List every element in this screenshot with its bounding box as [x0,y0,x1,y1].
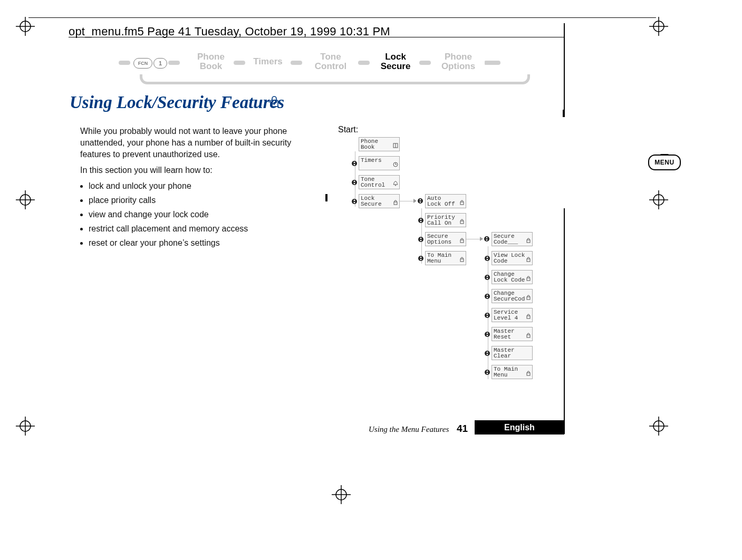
crop-mark-bot-left [16,417,35,436]
svg-rect-56 [527,373,530,375]
tree-cell-locksecure: LockSecure [359,194,400,208]
lock-icon-small [526,257,531,264]
svg-rect-35 [460,202,464,205]
svg-rect-39 [460,240,464,243]
tree-cell-viewlockcode: View LockCode [492,251,533,265]
tree-cell-changelockcode: ChangeLock Code [492,270,533,284]
scroll-icon [484,312,490,318]
crop-mark-bot-right [649,417,668,436]
scroll-icon [351,160,358,167]
cut-mark [325,194,327,201]
tree-cell-masterclear: MasterClear [492,346,533,360]
lock-icon-small [526,276,531,283]
crop-mark-top-right [649,17,668,36]
svg-rect-41 [460,259,464,262]
nav-item-tone-l2: Control [315,61,346,71]
nav-item-options-l2: Options [441,61,475,71]
crop-mark-mid-left [16,190,35,209]
lock-icon-small [526,295,531,302]
nav-item-phonebook-l1: Phone [197,52,225,62]
svg-rect-51 [527,316,530,318]
scroll-icon [418,236,424,243]
menu-nav-bar: FCN 1 Phone Book Timers Tone Control Loc… [119,49,509,86]
tree-cell-prioritycall: PriorityCall On [425,213,466,227]
nav-item-timers: Timers [253,56,282,66]
tree-cell-phonebook: PhoneBook [359,137,400,151]
scroll-icon [484,350,490,356]
svg-rect-49 [527,297,530,300]
scroll-icon [351,179,358,186]
key-1: 1 [153,58,167,69]
tree-cell-securecode: SecureCode___ [492,232,533,246]
crop-mark-top-left [16,17,35,36]
crop-mark-bottom-center [332,485,351,504]
scroll-icon [351,198,358,205]
scroll-icon [484,236,490,242]
language-badge: English [475,420,564,435]
lock-icon [269,95,280,110]
tree-cell-tomainmenu-1: To MainMenu [425,251,466,265]
svg-rect-45 [527,259,530,262]
nav-item-lock-l1: Lock [385,52,406,62]
bullet-item: reset or clear your phone’s settings [89,237,302,249]
scroll-icon [418,217,424,224]
scroll-icon [484,369,490,375]
tree-cell-autolock: AutoLock Off [425,194,466,208]
intro-lead: In this section you will learn how to: [80,165,302,176]
lock-icon-small [526,333,531,340]
tree-cell-tonecontrol: ToneControl [359,175,400,189]
intro-paragraph: While you probably would not want to lea… [80,125,302,160]
lock-icon-small [393,200,398,207]
frame-top-rule [28,17,656,18]
lock-icon-small [459,200,465,207]
tree-cell-servicelevel: ServiceLevel 4 [492,308,533,322]
lock-icon-small [459,257,465,264]
tree-cell-masterreset: MasterReset [492,327,533,341]
section-title: Using Lock/Security Features [70,93,284,112]
svg-rect-43 [527,240,530,243]
bullet-item: restrict call placement and memory acces… [89,223,302,235]
bullet-item: view and change your lock code [89,209,302,220]
body-text: While you probably would not want to lea… [80,125,302,252]
tree-cell-timers: Timers [359,156,400,170]
lock-icon-small [459,238,465,245]
crop-mark-mid-right [649,190,668,209]
nav-item-options-l1: Phone [445,52,472,62]
arrow-icon [480,237,483,241]
nav-item-lock-l2: Secure [381,61,411,71]
arrow-icon [413,199,417,203]
scroll-icon [484,331,490,337]
bullet-item: lock and unlock your phone [89,180,302,192]
lock-icon-small [526,314,531,321]
footer-title: Using the Menu Features [369,425,449,434]
svg-rect-47 [527,278,530,281]
start-label: Start: [338,125,358,134]
scroll-icon [484,293,490,300]
svg-rect-53 [527,335,530,337]
frame-inner-cut-1 [563,110,564,117]
scroll-icon [417,198,423,204]
tree-cell-changesecurecode: ChangeSecureCod [492,289,533,303]
tree-cell-secureoptions: SecureOptions [425,232,466,246]
key-fcn: FCN [133,58,152,69]
scroll-icon [484,274,490,281]
frame-inner-right-1 [564,23,565,117]
tree-cell-tomainmenu-2: To MainMenu [492,365,533,379]
lock-icon-small [526,238,531,245]
nav-item-tone-l1: Tone [320,52,341,62]
svg-point-31 [395,185,396,186]
bullet-item: place priority calls [89,195,302,206]
menu-tab: MENU [648,155,681,170]
svg-rect-37 [460,221,464,224]
nav-item-phonebook-l2: Book [200,61,223,71]
bell-icon [393,181,398,188]
scroll-icon [484,255,490,262]
clock-icon [393,162,398,169]
frame-inner-right-2 [564,208,565,434]
scroll-icon [418,255,424,262]
book-icon [393,143,398,150]
page-number: 41 [457,423,468,435]
lock-icon-small [526,371,531,378]
lock-icon-small [459,219,465,226]
framemaker-header: opt_menu.fm5 Page 41 Tuesday, October 19… [69,25,390,38]
